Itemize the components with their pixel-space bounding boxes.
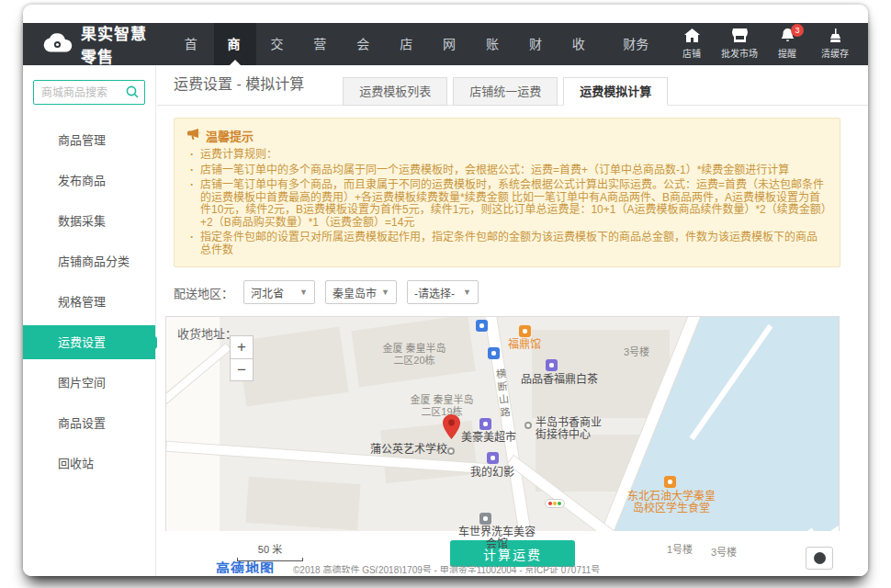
sidebar-item-image-space[interactable]: 图片空间 [23,366,155,400]
tab-shop-unified-freight[interactable]: 店铺统一运费 [453,77,558,106]
sidebar-item-publish-goods[interactable]: 发布商品 [23,164,155,198]
quick-shop-label: 店铺 [682,46,701,60]
map-poi-label: 1号楼 [667,544,693,556]
map-block [245,477,360,530]
nav-item-outlets[interactable]: 网点 [429,23,472,65]
district-select[interactable]: -请选择- ▼ [407,280,479,304]
shipping-address-label: 收货地址： [177,324,237,342]
delivery-region-label: 配送地区： [174,284,233,301]
brand[interactable]: 果实智慧零售 [23,23,171,65]
title-row: 运费设置 - 模拟计算 运费模板列表 店铺统一运费 运费模拟计算 [157,65,868,106]
map-layers-button[interactable] [806,547,833,570]
tab-freight-simulation[interactable]: 运费模拟计算 [563,77,668,106]
supermarket-cart-icon [479,418,491,430]
notice-bullet: 店铺一笔订单中的多个商品均属于同一个运费模板时，会根据公式：运费=首费+（订单中… [187,164,827,177]
nav-item-marketing[interactable]: 营销 [299,23,343,65]
sidebar-item-shop-category[interactable]: 店铺商品分类 [23,244,155,278]
sidebar-search [33,80,145,105]
home-icon [684,28,700,44]
main-content: 运费设置 - 模拟计算 运费模板列表 店铺统一运费 运费模拟计算 温馨提示 运费… [157,65,868,576]
sidebar-item-freight-settings[interactable]: 运费设置 [23,325,155,359]
zoom-out-button[interactable]: − [230,358,254,381]
nav-item-members[interactable]: 会员 [343,23,386,65]
map-poi-label: 金厦 秦皇半岛二区19栋 [409,394,475,418]
app-window: 果实智慧零售 首页 商品 交易 营销 会员 店铺 网点 账号 财务 收银台 财务… [23,5,868,576]
notice-bullet: 指定条件包邮的设置只对所属运费模板起作用，指定条件包邮的金额为该运费模板下的商品… [187,232,827,256]
quick-wholesale-label: 批发市场 [721,46,758,60]
sidebar-item-data-collect[interactable]: 数据采集 [23,204,155,238]
chevron-down-icon: ▼ [299,288,308,297]
top-navbar: 果实智慧零售 首页 商品 交易 营销 会员 店铺 网点 账号 财务 收银台 财务… [23,23,868,65]
sidebar-item-goods-settings[interactable]: 商品设置 [23,406,155,440]
sidebar: 商品管理 发布商品 数据采集 店铺商品分类 规格管理 运费设置 图片空间 商品设… [23,65,156,576]
page-title: 运费设置 - 模拟计算 [174,64,304,105]
delivery-region-row: 配送地区： 河北省 ▼ 秦皇岛市 ▼ -请选择- ▼ [174,280,852,304]
map-block [238,327,349,407]
map-scale-label: 50 米 [258,544,282,555]
quick-alerts-button[interactable]: 3 提醒 [763,28,811,60]
notice-bullet: 店铺一笔订单中有多个商品，而且隶属于不同的运费模板时，系统会根据公式计算出实际运… [187,179,827,229]
restaurant-icon [519,325,531,337]
cloud-logo-icon [43,33,73,56]
tab-freight-template-list[interactable]: 运费模板列表 [343,77,447,106]
city-value: 秦皇岛市 [333,285,377,300]
nav-item-home[interactable]: 首页 [171,23,214,65]
sidebar-item-recycle-bin[interactable]: 回收站 [23,447,155,481]
map-zoom-control: + − [230,335,254,381]
notice-list: 运费计算规则： 店铺一笔订单中的多个商品均属于同一个运费模板时，会根据公式：运费… [187,149,827,256]
nav-item-trade[interactable]: 交易 [256,23,299,65]
nav-item-account[interactable]: 账号 [472,23,515,65]
market-icon [732,28,748,44]
megaphone-icon [187,129,200,143]
notice-box: 温馨提示 运费计算规则： 店铺一笔订单中的多个商品均属于同一个运费模板时，会根据… [174,118,840,267]
district-value: -请选择- [414,285,455,300]
zoom-in-button[interactable]: + [230,335,254,358]
sidebar-item-goods-manage[interactable]: 商品管理 [23,123,155,157]
nav-item-finance-report[interactable]: 财务报表 [609,23,668,65]
nav-item-shop[interactable]: 店铺 [386,23,429,65]
map-poi-label: 3号楼 [711,547,737,559]
school-dot-icon [447,447,455,455]
quick-actions: 店铺 批发市场 3 提醒 清缓存 [668,23,868,65]
bus-stop-icon [488,347,500,359]
location-pin-icon [443,414,460,443]
chevron-down-icon: ▼ [381,288,389,297]
amap-logo: 高德地图 [216,558,275,574]
nav-item-goods[interactable]: 商品 [214,23,257,65]
tabs: 运费模板列表 店铺统一运费 运费模拟计算 [343,77,673,105]
quick-clear-cache-label: 清缓存 [821,46,849,60]
map-poi-label: 蒲公英艺术学校 [370,444,447,456]
alert-badge: 3 [791,24,804,37]
nav-item-finance[interactable]: 财务 [515,23,558,65]
search-icon[interactable] [126,85,139,102]
city-select[interactable]: 秦皇岛市 ▼ [325,280,397,304]
bus-icon [487,452,499,464]
broom-icon [829,28,842,44]
province-select[interactable]: 河北省 ▼ [243,280,315,304]
nav-menu: 首页 商品 交易 营销 会员 店铺 网点 账号 财务 收银台 财务报表 [171,23,668,65]
map-poi-label: 3号楼 [624,346,649,358]
notice-title-row: 温馨提示 [187,127,827,144]
place-dot-icon [524,422,532,429]
map-poi-label: 金厦 秦皇半岛二区20栋 [381,343,447,367]
map-poi-label: 美豪美超市 [461,432,516,444]
map-poi-label: 福鼎馆 [508,339,541,351]
map-poi-label: 品品香福鼎白茶 [521,374,598,386]
notice-title: 温馨提示 [206,127,254,144]
map-poi-label: 车世界洗车美容会馆 [457,526,537,550]
tea-shop-icon [546,359,558,371]
traffic-light-icon [545,499,565,508]
car-wash-icon [479,513,491,525]
nav-item-cashier[interactable]: 收银台 [558,23,609,65]
map-copyright: ©2018 高德软件 GS(2018)1709号 - 甲测资字11002004 … [293,562,600,574]
canteen-icon [664,476,676,488]
sidebar-item-spec-manage[interactable]: 规格管理 [23,285,155,319]
quick-shop-button[interactable]: 店铺 [668,28,716,60]
road-sign-icon [476,320,488,332]
quick-wholesale-button[interactable]: 批发市场 [716,28,763,60]
province-value: 河北省 [251,285,284,300]
map-poi-label: 半岛书香商业街接待中心 [536,417,611,441]
quick-clear-cache-button[interactable]: 清缓存 [811,28,859,60]
map-poi-label: 东北石油大学秦皇岛校区学生食堂 [626,491,716,514]
notice-bullet: 运费计算规则： [187,149,827,162]
